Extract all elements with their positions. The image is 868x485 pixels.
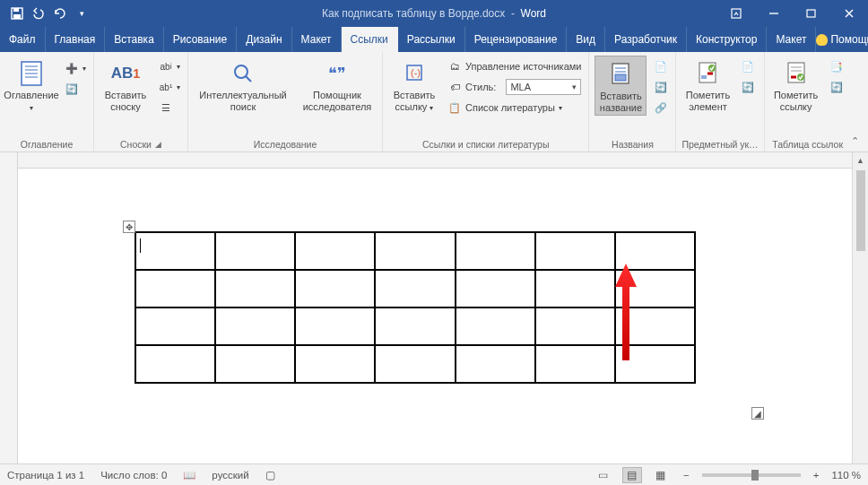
lightbulb-icon xyxy=(816,34,828,46)
tab-developer[interactable]: Разработчик xyxy=(605,27,687,52)
next-footnote-button[interactable]: ab¹▾ xyxy=(157,78,182,96)
text-cursor xyxy=(140,238,141,253)
ribbon-display-options-icon[interactable] xyxy=(717,0,755,27)
group-label: Названия xyxy=(612,139,654,150)
update-index-icon: 🔄 xyxy=(741,80,755,94)
minimize-icon[interactable] xyxy=(755,0,793,27)
table-move-handle[interactable]: ✥ xyxy=(123,221,135,233)
scrollbar-thumb[interactable] xyxy=(856,170,865,251)
group-label: Исследование xyxy=(254,139,317,150)
tab-design[interactable]: Дизайн xyxy=(237,27,291,52)
insert-footnote-button[interactable]: AB1 Вставить сноску xyxy=(100,56,152,114)
group-index: Пометить элемент 📄 🔄 Предметный ук… xyxy=(676,52,764,152)
tab-table-design[interactable]: Конструктор xyxy=(687,27,767,52)
print-layout-button[interactable]: ▤ xyxy=(622,467,642,483)
researcher-button[interactable]: ❝❞ Помощник исследователя xyxy=(298,56,377,114)
researcher-icon: ❝❞ xyxy=(328,57,346,90)
insert-index-icon: 📄 xyxy=(741,59,755,74)
scroll-up-icon[interactable]: ▲ xyxy=(856,156,864,165)
insert-endnote-button[interactable]: abi▾ xyxy=(157,57,182,75)
zoom-slider[interactable] xyxy=(702,473,801,477)
redo-icon[interactable] xyxy=(50,4,70,23)
zoom-level[interactable]: 110 % xyxy=(831,470,861,481)
vertical-scrollbar[interactable]: ▲ xyxy=(852,152,868,463)
tab-table-layout[interactable]: Макет xyxy=(767,27,816,52)
tab-draw[interactable]: Рисование xyxy=(164,27,237,52)
close-icon[interactable] xyxy=(830,0,868,27)
add-text-icon: ➕ xyxy=(65,61,79,75)
maximize-icon[interactable] xyxy=(793,0,830,27)
group-authorities: Пометить ссылку 📑 🔄 Таблица ссылок xyxy=(765,52,851,152)
update-table-button[interactable]: 🔄 xyxy=(652,78,670,96)
web-layout-button[interactable]: ▦ xyxy=(651,467,671,483)
tab-view[interactable]: Вид xyxy=(567,27,605,52)
document-table[interactable] xyxy=(135,231,696,384)
tab-mailings[interactable]: Рассылки xyxy=(398,27,465,52)
document-scroll[interactable]: ✥ ◢ xyxy=(18,169,852,463)
svg-line-20 xyxy=(246,76,251,82)
group-label: Предметный ук… xyxy=(681,139,758,150)
tab-insert[interactable]: Вставка xyxy=(105,27,164,52)
tab-references[interactable]: Ссылки xyxy=(342,27,398,52)
update-icon: 🔄 xyxy=(65,82,79,96)
language-indicator[interactable]: русский xyxy=(212,470,248,481)
footnote-icon: AB1 xyxy=(111,57,140,90)
style-icon: 🏷 xyxy=(447,80,462,94)
tab-file[interactable]: Файл xyxy=(0,27,46,52)
svg-rect-26 xyxy=(615,74,626,81)
insert-toa-button[interactable]: 📑 xyxy=(828,57,846,75)
style-combo[interactable]: MLA xyxy=(506,79,581,95)
toc-button[interactable]: Оглавление▾ xyxy=(5,56,57,114)
word-count[interactable]: Число слов: 0 xyxy=(100,470,167,481)
toc-icon xyxy=(18,57,45,90)
manage-sources-button[interactable]: 🗂Управление источниками xyxy=(446,57,583,75)
svg-text:(-): (-) xyxy=(411,67,421,78)
page-indicator[interactable]: Страница 1 из 1 xyxy=(7,470,84,481)
style-selector[interactable]: 🏷Стиль: MLA xyxy=(446,78,583,96)
update-toa-button[interactable]: 🔄 xyxy=(828,78,846,96)
update-index-button[interactable]: 🔄 xyxy=(739,78,757,96)
cross-reference-button[interactable]: 🔗 xyxy=(652,99,670,117)
insert-caption-icon xyxy=(609,58,632,91)
insert-caption-button[interactable]: Вставить название xyxy=(595,56,647,116)
smart-lookup-button[interactable]: Интеллектуальный поиск xyxy=(194,56,292,114)
save-icon[interactable] xyxy=(7,4,27,23)
cross-ref-icon: 🔗 xyxy=(654,100,668,115)
insert-citation-button[interactable]: (-) Вставить ссылку ▾ xyxy=(388,56,440,114)
undo-icon[interactable] xyxy=(29,4,48,23)
dialog-launcher-icon[interactable]: ◢ xyxy=(155,140,161,149)
read-mode-button[interactable]: ▭ xyxy=(594,467,613,483)
status-bar: Страница 1 из 1 Число слов: 0 📖 русский … xyxy=(0,463,868,485)
table-row xyxy=(135,232,695,270)
collapse-ribbon-icon[interactable]: ⌃ xyxy=(846,133,863,149)
zoom-in-button[interactable]: + xyxy=(810,470,823,481)
svg-point-19 xyxy=(235,65,247,78)
tab-review[interactable]: Рецензирование xyxy=(465,27,568,52)
macro-recording-icon[interactable]: ▢ xyxy=(265,469,275,481)
ribbon-tabs: Файл Главная Вставка Рисование Дизайн Ма… xyxy=(0,27,868,52)
mark-entry-button[interactable]: Пометить элемент xyxy=(681,56,733,114)
insert-index-button[interactable]: 📄 xyxy=(739,57,757,75)
add-text-button[interactable]: ➕▾ xyxy=(63,59,88,77)
table-row xyxy=(135,345,695,383)
tab-layout[interactable]: Макет xyxy=(292,27,342,52)
bibliography-button[interactable]: 📋Список литературы ▾ xyxy=(446,99,583,117)
group-citations: (-) Вставить ссылку ▾ 🗂Управление источн… xyxy=(383,52,589,152)
vertical-ruler xyxy=(0,152,18,463)
mark-citation-button[interactable]: Пометить ссылку xyxy=(770,56,822,114)
bibliography-icon: 📋 xyxy=(447,100,462,115)
spell-check-icon[interactable]: 📖 xyxy=(183,469,195,481)
tell-me[interactable]: Помощн xyxy=(816,33,868,46)
window-controls xyxy=(717,0,868,27)
insert-table-figures-button[interactable]: 📄 xyxy=(652,57,670,75)
table-resize-handle[interactable]: ◢ xyxy=(751,407,764,420)
show-notes-button[interactable]: ☰ xyxy=(157,99,182,117)
zoom-out-button[interactable]: − xyxy=(680,470,693,481)
update-toa-icon: 🔄 xyxy=(829,80,844,94)
update-toc-button[interactable]: 🔄 xyxy=(63,80,88,98)
tab-home[interactable]: Главная xyxy=(46,27,106,52)
document-area: ✥ ◢ ▲ xyxy=(0,152,868,463)
page[interactable]: ✥ ◢ xyxy=(18,169,852,420)
group-label: Сноски xyxy=(120,139,152,150)
qat-customize-icon[interactable]: ▾ xyxy=(72,4,91,23)
